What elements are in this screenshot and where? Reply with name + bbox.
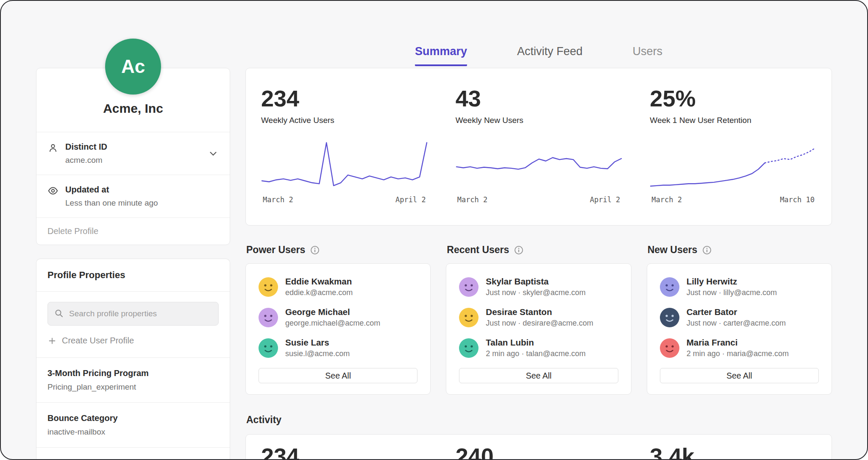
user-list-item[interactable]: George Michael george.michael@acme.com (259, 307, 417, 328)
user-meta: Just now · carter@acme.com (687, 319, 786, 328)
stat-weekly-new-users: 43 Weekly New Users March 2 April 2 (456, 87, 622, 212)
user-name: Susie Lars (285, 337, 350, 348)
tab-bar: Summary Activity Feed Users (245, 45, 832, 66)
user-name: Lilly Herwitz (687, 276, 777, 287)
user-avatar-face-icon (660, 308, 679, 327)
distinct-id-text: Distinct ID acme.com (65, 142, 107, 165)
list-title: Power Users (246, 244, 305, 256)
stat-value: 25% (650, 87, 816, 110)
stat-value: 234 (261, 445, 428, 460)
sparkline-chart (650, 140, 816, 190)
tab-activity-feed[interactable]: Activity Feed (517, 45, 583, 66)
activity-stat: 3.4k (650, 445, 816, 460)
user-avatar-face-icon (259, 277, 278, 297)
see-all-button[interactable]: See All (459, 368, 618, 383)
create-user-profile-button[interactable]: Create User Profile (47, 336, 219, 346)
user-avatar-face-icon (459, 308, 479, 327)
user-meta: 2 min ago · maria@acme.com (687, 349, 789, 358)
distinct-id-row: Distinct ID acme.com (36, 132, 230, 175)
user-meta: 2 min ago · talan@acme.com (486, 349, 585, 358)
company-name: Acme, Inc (45, 101, 221, 116)
see-all-button[interactable]: See All (660, 368, 819, 383)
user-name: Skylar Baptista (486, 276, 585, 287)
axis-label-right: March 10 (780, 195, 815, 204)
new-users-card: Lilly Herwitz Just now · lilly@acme.com … (647, 263, 832, 395)
user-avatar-face-icon (459, 338, 479, 358)
layout: Ac Acme, Inc Distinct ID acme.com (1, 1, 867, 459)
chart-axis: March 2 April 2 (261, 195, 428, 204)
see-all-button[interactable]: See All (259, 368, 417, 383)
stat-week1-retention: 25% Week 1 New User Retention March 2 Ma… (650, 87, 816, 212)
user-avatar-face-icon (660, 338, 679, 358)
search-icon (54, 308, 64, 318)
info-icon[interactable] (702, 245, 712, 255)
distinct-id-label: Distinct ID (65, 142, 107, 152)
plus-icon (47, 336, 57, 346)
summary-stats-card: 234 Weekly Active Users March 2 April 2 … (245, 68, 832, 226)
axis-label-right: April 2 (395, 195, 426, 204)
property-name: 3-Month Pricing Program (47, 368, 219, 378)
chevron-down-icon[interactable] (208, 148, 219, 159)
updated-at-text: Updated at Less than one minute ago (65, 185, 158, 208)
chart-axis: March 2 March 10 (650, 195, 816, 204)
user-list-item[interactable]: Desirae Stanton Just now · desirare@acme… (459, 307, 618, 328)
user-avatar-face-icon (259, 338, 278, 358)
company-initials: Ac (121, 56, 145, 77)
recent-users-column: Recent Users Skylar Baptista J (446, 244, 631, 395)
property-name: Bounce Category (47, 413, 219, 423)
activity-stat: 240 (456, 445, 622, 460)
updated-at-label: Updated at (65, 185, 158, 195)
create-user-profile-label: Create User Profile (62, 336, 134, 346)
updated-at-value: Less than one minute ago (65, 198, 158, 208)
user-avatar-face-icon (660, 277, 679, 297)
user-meta: george.michael@acme.com (285, 319, 380, 328)
tab-users[interactable]: Users (633, 45, 663, 66)
user-text: Maria Franci 2 min ago · maria@acme.com (687, 337, 789, 358)
person-icon (47, 142, 58, 153)
stat-label: Weekly New Users (456, 116, 622, 125)
info-icon[interactable] (514, 245, 523, 255)
user-list-item[interactable]: Lilly Herwitz Just now · lilly@acme.com (660, 276, 819, 297)
profile-sidebar: Ac Acme, Inc Distinct ID acme.com (36, 1, 230, 460)
axis-label-left: March 2 (651, 195, 682, 204)
company-avatar: Ac (105, 39, 161, 95)
search-wrap (47, 302, 219, 326)
user-list-item[interactable]: Carter Bator Just now · carter@acme.com (660, 307, 819, 328)
eye-icon (47, 185, 58, 196)
info-icon[interactable] (310, 245, 320, 255)
property-row: Bounce Category inactive-mailbox (36, 403, 230, 448)
user-meta: susie.l@acme.com (285, 349, 350, 358)
user-text: Skylar Baptista Just now · skyler@acme.c… (486, 276, 585, 297)
user-meta: Just now · lilly@acme.com (687, 288, 777, 297)
user-name: Desirae Stanton (486, 307, 593, 317)
user-text: George Michael george.michael@acme.com (285, 307, 380, 328)
search-input[interactable] (47, 302, 219, 326)
distinct-id-value: acme.com (65, 156, 107, 165)
axis-label-left: March 2 (457, 195, 488, 204)
user-list-item[interactable]: Skylar Baptista Just now · skyler@acme.c… (459, 276, 618, 297)
property-name: Browser (47, 458, 219, 460)
tab-summary[interactable]: Summary (415, 45, 467, 66)
stat-value: 240 (456, 445, 622, 460)
stat-label: Week 1 New User Retention (650, 116, 816, 125)
stat-weekly-active-users: 234 Weekly Active Users March 2 April 2 (261, 87, 428, 212)
user-list-item[interactable]: Susie Lars susie.l@acme.com (259, 337, 417, 358)
user-list-item[interactable]: Maria Franci 2 min ago · maria@acme.com (660, 337, 819, 358)
delete-profile-button[interactable]: Delete Profile (36, 218, 230, 245)
profile-properties-title: Profile Properties (36, 259, 230, 292)
user-name: Carter Bator (687, 307, 786, 317)
user-list-item[interactable]: Talan Lubin 2 min ago · talan@acme.com (459, 337, 618, 358)
stat-value: 43 (456, 87, 622, 110)
chart-axis: March 2 April 2 (456, 195, 622, 204)
sparkline-chart (456, 140, 622, 190)
activity-card: 234 240 3.4k (245, 434, 832, 460)
profile-properties-tools: Create User Profile (36, 292, 230, 358)
profile-properties-card: Profile Properties Create User Profile (36, 259, 230, 460)
user-name: Talan Lubin (486, 337, 585, 348)
list-heading: New Users (648, 244, 832, 256)
power-users-column: Power Users Eddie Kwakman eddi (245, 244, 431, 395)
user-meta: eddie.k@acme.com (285, 288, 353, 297)
user-list-item[interactable]: Eddie Kwakman eddie.k@acme.com (259, 276, 417, 297)
list-title: New Users (648, 244, 698, 256)
company-card: Ac Acme, Inc Distinct ID acme.com (36, 68, 230, 245)
